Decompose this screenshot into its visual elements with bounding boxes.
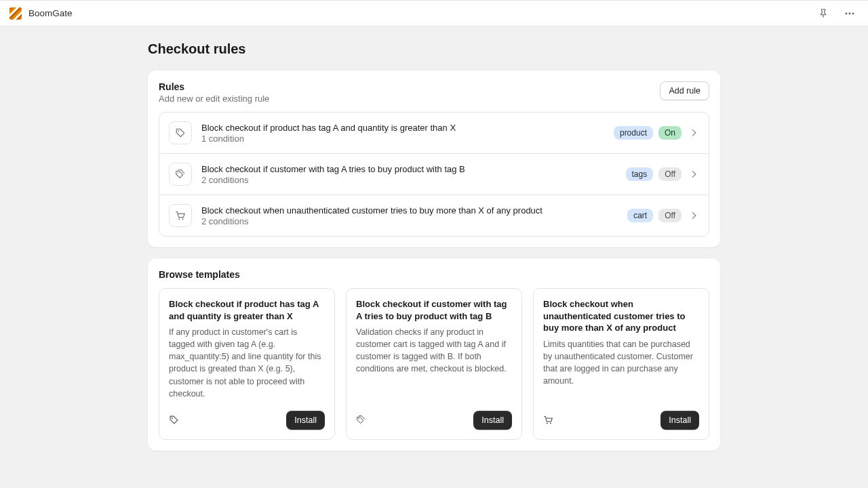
status-badge: On <box>658 126 682 140</box>
templates-card: Browse templates Block checkout if produ… <box>148 258 720 451</box>
add-rule-button[interactable]: Add rule <box>660 81 709 100</box>
template-title: Block checkout when unauthenticated cust… <box>543 298 699 334</box>
chevron-right-icon <box>690 128 699 138</box>
type-badge: cart <box>627 209 653 222</box>
rules-list: Block checkout if product has tag A and … <box>159 112 709 237</box>
main-content: Checkout rules Rules Add new or edit exi… <box>148 26 720 482</box>
rules-card: Rules Add new or edit existing rule Add … <box>148 70 720 247</box>
rule-icon-box <box>169 163 192 186</box>
top-bar-left: BoomGate <box>9 7 73 20</box>
rule-badges: cart Off <box>627 209 699 222</box>
chevron-right-icon <box>690 211 699 220</box>
rules-subtitle: Add new or edit existing rule <box>159 94 269 104</box>
rule-text: Block checkout when unauthenticated cust… <box>201 205 627 226</box>
rule-row[interactable]: Block checkout if customer with tag A tr… <box>159 154 709 195</box>
template-title: Block checkout if product has tag A and … <box>169 298 325 322</box>
install-button[interactable]: Install <box>286 411 325 430</box>
status-badge: Off <box>658 167 682 181</box>
template-card: Block checkout if customer with tag A tr… <box>346 288 522 440</box>
rule-title: Block checkout if customer with tag A tr… <box>201 164 626 174</box>
rule-text: Block checkout if customer with tag A tr… <box>201 164 626 185</box>
rule-meta: 2 conditions <box>201 175 626 185</box>
template-footer: Install <box>356 411 512 430</box>
tags-icon <box>175 169 186 180</box>
rule-badges: product On <box>614 126 699 140</box>
templates-title: Browse templates <box>159 269 709 280</box>
rule-icon-box <box>169 204 192 227</box>
pin-icon <box>818 8 829 19</box>
dots-icon <box>844 7 856 20</box>
template-title: Block checkout if customer with tag A tr… <box>356 298 512 322</box>
pin-button[interactable] <box>815 5 831 22</box>
templates-grid: Block checkout if product has tag A and … <box>159 288 709 440</box>
rule-title: Block checkout if product has tag A and … <box>201 123 614 133</box>
template-card: Block checkout if product has tag A and … <box>159 288 335 440</box>
rule-title: Block checkout when unauthenticated cust… <box>201 205 627 216</box>
cart-icon <box>543 415 553 425</box>
rule-text: Block checkout if product has tag A and … <box>201 123 614 144</box>
tag-icon <box>169 415 179 425</box>
type-badge: tags <box>626 167 654 181</box>
template-desc: If any product in customer's cart is tag… <box>169 326 325 400</box>
cart-icon <box>175 210 186 221</box>
app-logo <box>9 7 22 20</box>
rules-title: Rules <box>159 81 269 92</box>
template-card: Block checkout when unauthenticated cust… <box>533 288 709 440</box>
page-title: Checkout rules <box>148 41 720 57</box>
app-name: BoomGate <box>28 8 73 18</box>
template-desc: Validation checks if any product in cust… <box>356 326 512 400</box>
more-button[interactable] <box>841 5 859 22</box>
status-badge: Off <box>658 209 682 222</box>
type-badge: product <box>614 126 653 140</box>
rule-meta: 2 conditions <box>201 216 627 226</box>
rules-header-text: Rules Add new or edit existing rule <box>159 81 269 104</box>
top-bar-right <box>815 5 859 22</box>
install-button[interactable]: Install <box>660 411 699 430</box>
tag-icon <box>175 127 186 138</box>
rule-icon-box <box>169 121 192 144</box>
rule-badges: tags Off <box>626 167 699 181</box>
rule-meta: 1 condition <box>201 134 614 144</box>
rule-row[interactable]: Block checkout if product has tag A and … <box>159 113 709 154</box>
top-bar: BoomGate <box>0 0 868 26</box>
install-button[interactable]: Install <box>473 411 512 430</box>
template-footer: Install <box>169 411 325 430</box>
template-desc: Limits quantities that can be purchased … <box>543 338 699 400</box>
chevron-right-icon <box>690 169 699 179</box>
tags-icon <box>356 415 366 425</box>
template-footer: Install <box>543 411 699 430</box>
rule-row[interactable]: Block checkout when unauthenticated cust… <box>159 195 709 236</box>
rules-card-header: Rules Add new or edit existing rule Add … <box>159 81 709 104</box>
